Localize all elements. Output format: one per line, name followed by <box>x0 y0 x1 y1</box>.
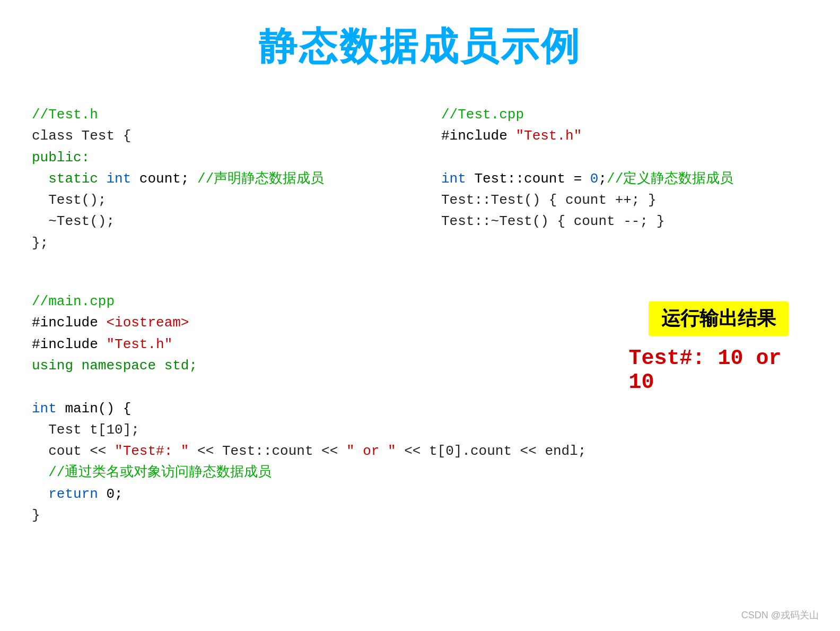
code-line: int main() { <box>32 398 586 419</box>
output-section: 运行输出结果 Test#: 10 or 10 <box>628 291 808 526</box>
code-line: Test::Test() { count ++; } <box>441 189 808 211</box>
test-h-section: //Test.h class Test { public: static int… <box>32 104 399 254</box>
code-line: using namespace std; <box>32 355 586 376</box>
code-line: #include <iostream> <box>32 312 586 333</box>
code-line: }; <box>32 232 399 254</box>
main-cpp-comment: //main.cpp <box>32 291 586 312</box>
code-line <box>441 147 808 168</box>
code-line: return 0; <box>32 483 586 505</box>
code-line: Test::~Test() { count --; } <box>441 211 808 232</box>
test-h-comment: //Test.h <box>32 104 399 125</box>
code-line: int Test::count = 0;//定义静态数据成员 <box>441 168 808 189</box>
code-line: public: <box>32 147 399 168</box>
code-line: } <box>32 505 586 526</box>
main-cpp-section: //main.cpp #include <iostream> #include … <box>32 291 586 526</box>
code-line: class Test { <box>32 125 399 146</box>
watermark: CSDN @戎码关山 <box>741 609 819 621</box>
code-line: #include "Test.h" <box>441 125 808 146</box>
page-title: 静态数据成员示例 <box>0 0 840 93</box>
output-result: Test#: 10 or 10 <box>628 347 808 394</box>
test-cpp-section: //Test.cpp #include "Test.h" int Test::c… <box>441 104 808 254</box>
code-line: ~Test(); <box>32 211 399 232</box>
code-line <box>32 376 586 397</box>
code-line: cout << "Test#: " << Test::count << " or… <box>32 440 586 462</box>
code-line: //通过类名或对象访问静态数据成员 <box>32 462 586 483</box>
output-label: 运行输出结果 <box>649 301 789 336</box>
code-line: Test t[10]; <box>32 419 586 440</box>
code-line: Test(); <box>32 189 399 211</box>
code-line: static int count; //声明静态数据成员 <box>32 168 399 189</box>
code-line: #include "Test.h" <box>32 334 586 355</box>
test-cpp-comment: //Test.cpp <box>441 104 808 125</box>
